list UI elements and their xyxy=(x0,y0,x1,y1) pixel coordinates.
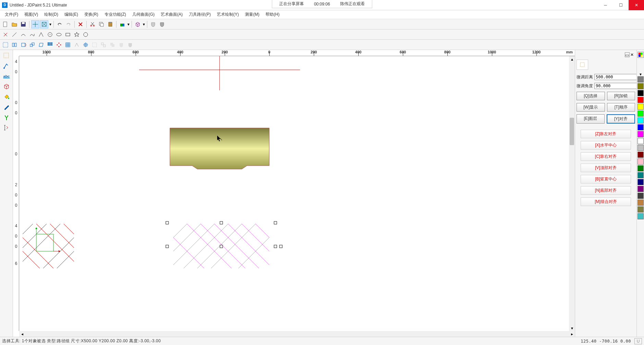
circular-array-button[interactable] xyxy=(55,41,63,49)
scroll-up-icon[interactable]: ▴ xyxy=(569,56,575,62)
r-lock-button[interactable]: [R]加锁 xyxy=(607,92,635,100)
menu-toolpath[interactable]: 刀具路径(P) xyxy=(186,11,213,18)
copy-button[interactable] xyxy=(97,20,106,28)
maximize-button[interactable]: ☐ xyxy=(613,0,629,10)
shield2-button[interactable] xyxy=(158,20,166,28)
skew-button[interactable] xyxy=(37,41,45,49)
grid-button[interactable] xyxy=(64,41,72,49)
color-swatch[interactable] xyxy=(637,193,644,199)
curve-tool[interactable] xyxy=(28,30,36,39)
scroll-left-icon[interactable]: ◂ xyxy=(19,331,25,337)
menu-view[interactable]: 视图(V) xyxy=(22,11,41,18)
color-swatch[interactable] xyxy=(637,97,644,103)
crosshair-button[interactable] xyxy=(31,20,39,28)
select-tool[interactable] xyxy=(1,51,12,61)
menu-artdraw[interactable]: 艺术绘制(Y) xyxy=(214,11,242,18)
ungroup-button[interactable] xyxy=(99,41,108,49)
align-vcenter-button[interactable]: [B]竖直中心 xyxy=(581,175,631,183)
w-show-button[interactable]: [W]显示 xyxy=(577,103,605,112)
scrollbar-vertical[interactable]: ▴ ▾ xyxy=(569,56,575,331)
menu-transform[interactable]: 变换(R) xyxy=(82,11,101,18)
scroll-thumb-v[interactable] xyxy=(570,118,574,145)
color-swatch[interactable] xyxy=(637,158,644,165)
dropdown-arrow-icon[interactable]: ▾ xyxy=(127,22,130,27)
undo-button[interactable] xyxy=(55,20,64,28)
color-swatch[interactable] xyxy=(637,124,644,130)
align-hcenter-button[interactable]: [X]水平中心 xyxy=(581,141,631,150)
shield4-button[interactable] xyxy=(126,41,134,49)
rotate-button[interactable] xyxy=(19,41,27,49)
open-button[interactable] xyxy=(10,20,18,28)
minimize-button[interactable]: ─ xyxy=(598,0,613,10)
color-dropdown-icon[interactable]: ▾ xyxy=(637,72,644,76)
t-order-button[interactable]: [T]顺序 xyxy=(607,103,635,112)
align-button[interactable] xyxy=(82,41,90,49)
mirror-h-button[interactable] xyxy=(10,41,18,49)
drawing-canvas[interactable] xyxy=(19,56,465,268)
star-tool[interactable] xyxy=(73,30,81,39)
menu-geosurf[interactable]: 几何曲面(G) xyxy=(129,11,157,18)
panel-close-icon[interactable]: ✕ xyxy=(630,52,635,57)
color-swatch[interactable] xyxy=(637,111,644,117)
polyline-tool[interactable] xyxy=(37,30,45,39)
q-select-button[interactable]: [Q]选择 xyxy=(577,92,605,100)
cube-tool-button[interactable] xyxy=(134,20,142,28)
align-left-button[interactable]: [Z]靠左对齐 xyxy=(581,130,631,138)
menu-draw[interactable]: 绘制(D) xyxy=(41,11,61,18)
color-swatch[interactable] xyxy=(637,138,644,144)
scroll-down-icon[interactable]: ▾ xyxy=(569,325,575,331)
menu-pro[interactable]: 专业功能(Z) xyxy=(102,11,129,18)
color-swatch[interactable] xyxy=(637,172,644,178)
save-button[interactable] xyxy=(19,20,27,28)
arc-tool[interactable] xyxy=(19,30,27,39)
color-swatch[interactable] xyxy=(637,131,644,137)
plant-tool[interactable] xyxy=(1,113,12,122)
bbox-button[interactable] xyxy=(40,20,48,28)
array-button[interactable] xyxy=(46,41,54,49)
combine-button[interactable] xyxy=(108,41,116,49)
ellipse-tool[interactable] xyxy=(55,30,63,39)
e-layer-button[interactable]: [E]图层 xyxy=(577,114,605,124)
canvas-viewport[interactable]: ▴ ▾ xyxy=(19,56,575,331)
transform-button[interactable] xyxy=(73,41,81,49)
select-all-button[interactable] xyxy=(1,41,10,49)
close-button[interactable]: ✕ xyxy=(629,0,644,10)
align-bottom-button[interactable]: [N]底部对齐 xyxy=(581,186,631,195)
fill-tool-button[interactable] xyxy=(118,20,126,28)
color-swatch[interactable] xyxy=(637,90,644,96)
dropdown-arrow-icon[interactable]: ▾ xyxy=(49,22,52,27)
color-swatch[interactable] xyxy=(637,117,644,124)
color-swatch[interactable] xyxy=(637,145,644,151)
color-swatch[interactable] xyxy=(637,186,644,192)
color-swatch[interactable] xyxy=(637,76,644,82)
panel-tab-icon[interactable] xyxy=(577,60,588,70)
measure-tool[interactable] xyxy=(1,123,12,132)
brush-tool[interactable] xyxy=(1,102,12,112)
y-align-button[interactable]: [Y]对齐 xyxy=(607,114,635,124)
menu-artsurf[interactable]: 艺术曲面(A) xyxy=(158,11,185,18)
shield1-button[interactable] xyxy=(149,20,157,28)
delete-button[interactable] xyxy=(76,20,85,28)
color-swatch[interactable] xyxy=(637,104,644,110)
align-group-button[interactable]: [M]组合对齐 xyxy=(581,197,631,206)
3d-tool[interactable] xyxy=(1,82,12,91)
text-tool[interactable]: abc xyxy=(1,72,12,81)
color-swatch[interactable] xyxy=(637,165,644,171)
align-right-button[interactable]: [C]靠右对齐 xyxy=(581,152,631,161)
color-swatch[interactable] xyxy=(637,213,644,219)
new-button[interactable] xyxy=(1,20,10,28)
menu-help[interactable]: 帮助(H) xyxy=(263,11,282,18)
scroll-right-icon[interactable]: ▸ xyxy=(569,331,575,337)
shield3-button[interactable] xyxy=(117,41,125,49)
status-u-box[interactable]: U xyxy=(634,338,642,344)
node-edit-tool[interactable] xyxy=(1,61,12,71)
panel-max-icon[interactable]: ▭ xyxy=(625,52,630,57)
color-swatch[interactable] xyxy=(637,200,644,206)
cut-button[interactable] xyxy=(88,20,97,28)
line-tool[interactable] xyxy=(10,30,18,39)
scrollbar-horizontal[interactable]: ◂ ▸ xyxy=(19,331,575,337)
color-swatch[interactable] xyxy=(637,152,644,158)
circle-tool[interactable] xyxy=(46,30,54,39)
polygon-tool[interactable] xyxy=(82,30,90,39)
point-tool[interactable] xyxy=(1,30,10,39)
